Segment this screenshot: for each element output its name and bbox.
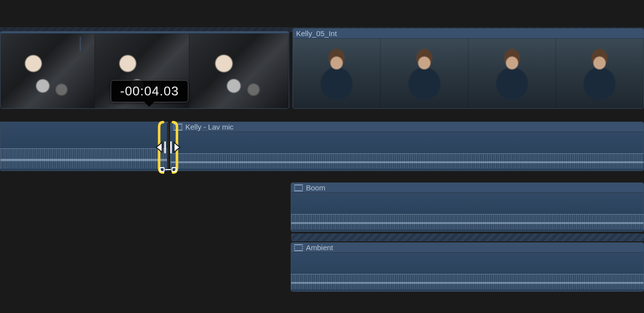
clip-title: Kelly_05_Int [296, 29, 337, 39]
audio-clip-lavmic-left[interactable] [0, 122, 168, 171]
svg-rect-25 [302, 249, 303, 250]
video-clip-kelly-int[interactable]: Kelly_05_Int [293, 28, 644, 109]
audio-clip-boom[interactable]: Boom [291, 182, 644, 232]
film-icon [294, 244, 303, 251]
clip-title: Ambient [306, 243, 333, 253]
video-clip-kelly-thumbs [293, 39, 644, 108]
clip-title-bar: Ambient [291, 243, 644, 253]
svg-rect-17 [302, 189, 303, 190]
trim-roll-handle[interactable] [153, 120, 183, 175]
clip-title-bar: Kelly - Lav mic [171, 122, 644, 132]
svg-rect-13 [294, 187, 295, 188]
clip-title: Kelly - Lav mic [185, 122, 234, 132]
svg-rect-19 [295, 245, 302, 250]
svg-rect-23 [302, 245, 303, 246]
svg-rect-20 [294, 245, 295, 246]
clip-title-bar: Boom [291, 183, 644, 193]
timecode-delta-value: -00:04.03 [120, 84, 179, 98]
svg-rect-21 [294, 247, 295, 248]
timeline[interactable]: Kelly_05_Int Kelly - Lav mic Boom [0, 0, 644, 313]
timecode-delta-tooltip: -00:04.03 [111, 80, 188, 102]
svg-rect-22 [294, 249, 295, 250]
audio-clip-lavmic[interactable]: Kelly - Lav mic [170, 122, 644, 171]
film-icon [294, 184, 303, 191]
svg-rect-11 [295, 185, 302, 190]
svg-rect-12 [294, 185, 295, 186]
clip-title: Boom [306, 183, 325, 193]
ambient-attach-hatch [291, 233, 644, 241]
svg-rect-24 [302, 247, 303, 248]
svg-rect-14 [294, 189, 295, 190]
clip-title-bar: Kelly_05_Int [293, 29, 644, 39]
svg-rect-15 [302, 185, 303, 186]
audio-clip-ambient[interactable]: Ambient [291, 242, 644, 292]
svg-rect-16 [302, 187, 303, 188]
